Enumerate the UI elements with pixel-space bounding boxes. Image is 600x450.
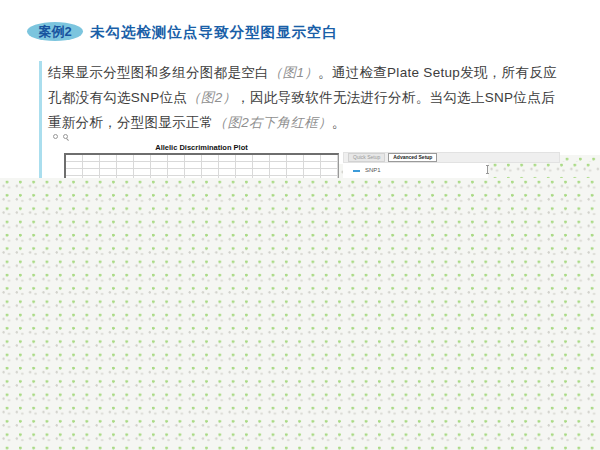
case-number-badge: 案例2 <box>27 22 83 41</box>
body-text: 结果显示分型图和多组分图都是空白 <box>48 65 269 80</box>
figure-reference: （图2右下角红框） <box>214 115 332 130</box>
figure-reference: （图2） <box>187 90 236 105</box>
plot-toolbar <box>53 134 68 139</box>
text-cursor-icon <box>487 165 488 174</box>
magnifier-icon <box>63 134 68 139</box>
snp-row-label: SNP1 <box>365 167 381 173</box>
allelic-discrimination-plot-grid <box>64 153 339 178</box>
page-title: 未勾选检测位点导致分型图显示空白 <box>90 23 338 42</box>
setup-tabbar: Quick Setup Advanced Setup <box>343 152 560 163</box>
dotted-background-patch <box>560 155 600 162</box>
body-text: 。 <box>332 115 346 130</box>
circle-tool-icon <box>53 134 58 139</box>
page: 案例2 未勾选检测位点导致分型图显示空白 结果显示分型图和多组分图都是空白（图1… <box>0 0 600 450</box>
body-paragraph: 结果显示分型图和多组分图都是空白（图1）。通过检查Plate Setup发现，所… <box>48 60 567 135</box>
tab-advanced-setup[interactable]: Advanced Setup <box>388 153 437 162</box>
tab-quick-setup[interactable]: Quick Setup <box>348 153 385 162</box>
quote-accent-line <box>39 61 42 178</box>
case-number-label: 案例2 <box>38 24 71 39</box>
snp-row[interactable]: SNP1 <box>343 163 488 178</box>
dotted-background-patch <box>488 161 600 178</box>
plot-title: Allelic Discrimination Plot <box>64 143 339 152</box>
dotted-background <box>0 178 600 450</box>
figure-reference: （图1） <box>269 65 318 80</box>
blue-dash-icon <box>353 170 360 172</box>
